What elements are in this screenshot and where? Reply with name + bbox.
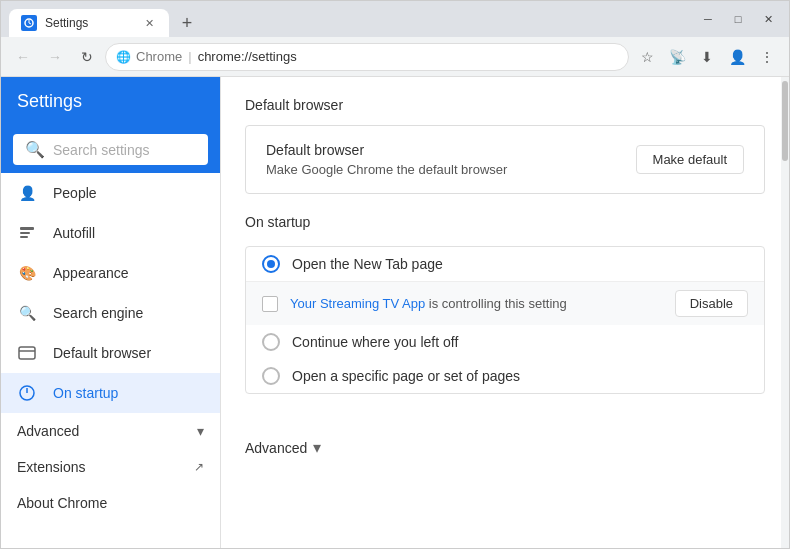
settings-body: Default browser Default browser Make Goo… xyxy=(221,77,789,418)
svg-rect-4 xyxy=(19,347,35,359)
disable-button[interactable]: Disable xyxy=(675,290,748,317)
sidebar-item-autofill[interactable]: Autofill xyxy=(1,213,220,253)
tab-close-button[interactable]: ✕ xyxy=(141,15,157,31)
reload-button[interactable]: ↻ xyxy=(73,43,101,71)
advanced-footer[interactable]: Advanced ▾ xyxy=(221,418,789,477)
startup-options-card: Open the New Tab page Your Streaming TV … xyxy=(245,246,765,394)
tab-title: Settings xyxy=(45,16,133,30)
card-desc: Make Google Chrome the default browser xyxy=(266,162,507,177)
warning-suffix: is controlling this setting xyxy=(425,296,567,311)
sidebar-label-default-browser: Default browser xyxy=(53,345,151,361)
browser-window: Settings ✕ + ─ □ ✕ ← → ↻ 🌐 Chrome | chro… xyxy=(0,0,790,549)
sidebar-advanced-section[interactable]: Advanced ▾ xyxy=(1,413,220,449)
warning-text: Your Streaming TV App is controlling thi… xyxy=(290,296,567,311)
nav-bar: ← → ↻ 🌐 Chrome | chrome://settings ☆ 📡 ⬇… xyxy=(1,37,789,77)
sidebar-label-appearance: Appearance xyxy=(53,265,129,281)
page-content: Default browser Default browser Make Goo… xyxy=(221,77,789,548)
warning-checkbox[interactable] xyxy=(262,296,278,312)
on-startup-title: On startup xyxy=(245,214,765,230)
forward-button[interactable]: → xyxy=(41,43,69,71)
card-title: Default browser xyxy=(266,142,507,158)
default-browser-section: Default browser Default browser Make Goo… xyxy=(245,97,765,194)
close-button[interactable]: ✕ xyxy=(755,10,781,28)
address-divider: | xyxy=(188,49,191,64)
download-button[interactable]: ⬇ xyxy=(693,43,721,71)
search-icon: 🔍 xyxy=(25,140,45,159)
radio-continue-label: Continue where you left off xyxy=(292,334,458,350)
person-icon: 👤 xyxy=(17,183,37,203)
tab-favicon xyxy=(21,15,37,31)
startup-option-specific[interactable]: Open a specific page or set of pages xyxy=(246,359,764,393)
window-controls: ─ □ ✕ xyxy=(695,10,781,28)
settings-tab[interactable]: Settings ✕ xyxy=(9,9,169,37)
sidebar-item-people[interactable]: 👤 People xyxy=(1,173,220,213)
search-engine-icon: 🔍 xyxy=(17,303,37,323)
nav-actions: ☆ 📡 ⬇ 👤 ⋮ xyxy=(633,43,781,71)
svg-rect-2 xyxy=(20,232,30,234)
on-startup-section: On startup Open the New Tab page Your St… xyxy=(245,214,765,394)
startup-icon xyxy=(17,383,37,403)
autofill-icon xyxy=(17,223,37,243)
sidebar-about-chrome[interactable]: About Chrome xyxy=(1,485,220,521)
default-browser-card: Default browser Make Google Chrome the d… xyxy=(245,125,765,194)
sidebar-title: Settings xyxy=(1,77,220,126)
maximize-button[interactable]: □ xyxy=(725,10,751,28)
sidebar-label-on-startup: On startup xyxy=(53,385,118,401)
back-button[interactable]: ← xyxy=(9,43,37,71)
svg-rect-1 xyxy=(20,227,34,230)
advanced-arrow-icon: ▾ xyxy=(197,423,204,439)
minimize-button[interactable]: ─ xyxy=(695,10,721,28)
extensions-external-icon: ↗ xyxy=(194,460,204,474)
cast-button[interactable]: 📡 xyxy=(663,43,691,71)
sidebar-label-autofill: Autofill xyxy=(53,225,95,241)
profile-button[interactable]: 👤 xyxy=(723,43,751,71)
new-tab-button[interactable]: + xyxy=(173,9,201,37)
sidebar-item-on-startup[interactable]: On startup xyxy=(1,373,220,413)
menu-button[interactable]: ⋮ xyxy=(753,43,781,71)
address-bar[interactable]: 🌐 Chrome | chrome://settings xyxy=(105,43,629,71)
sidebar-item-appearance[interactable]: 🎨 Appearance xyxy=(1,253,220,293)
radio-new-tab[interactable] xyxy=(262,255,280,273)
radio-specific[interactable] xyxy=(262,367,280,385)
address-source: Chrome xyxy=(136,49,182,64)
sidebar-extensions[interactable]: Extensions ↗ xyxy=(1,449,220,485)
radio-continue[interactable] xyxy=(262,333,280,351)
sidebar-label-people: People xyxy=(53,185,97,201)
sidebar-label-extensions: Extensions xyxy=(17,459,85,475)
streaming-app-link[interactable]: Your Streaming TV App xyxy=(290,296,425,311)
main-content: Settings 🔍 Search settings 👤 People Auto… xyxy=(1,77,789,548)
title-bar: Settings ✕ + ─ □ ✕ xyxy=(1,1,789,37)
extension-warning-row: Your Streaming TV App is controlling thi… xyxy=(246,281,764,325)
svg-rect-3 xyxy=(20,236,28,238)
card-text: Default browser Make Google Chrome the d… xyxy=(266,142,507,177)
scrollbar-thumb[interactable] xyxy=(782,81,788,161)
tab-bar: Settings ✕ + xyxy=(9,1,695,37)
advanced-footer-label: Advanced xyxy=(245,440,307,456)
sidebar: Settings 🔍 Search settings 👤 People Auto… xyxy=(1,77,221,548)
startup-option-new-tab[interactable]: Open the New Tab page xyxy=(246,247,764,281)
bookmark-button[interactable]: ☆ xyxy=(633,43,661,71)
radio-new-tab-label: Open the New Tab page xyxy=(292,256,443,272)
address-favicon: 🌐 xyxy=(116,50,130,64)
radio-specific-label: Open a specific page or set of pages xyxy=(292,368,520,384)
scrollbar[interactable] xyxy=(781,77,789,548)
sidebar-label-about: About Chrome xyxy=(17,495,107,511)
startup-option-continue[interactable]: Continue where you left off xyxy=(246,325,764,359)
search-placeholder: Search settings xyxy=(53,142,196,158)
sidebar-advanced-label: Advanced xyxy=(17,423,79,439)
make-default-button[interactable]: Make default xyxy=(636,145,744,174)
appearance-icon: 🎨 xyxy=(17,263,37,283)
sidebar-item-search-engine[interactable]: 🔍 Search engine xyxy=(1,293,220,333)
default-browser-title: Default browser xyxy=(245,97,765,113)
sidebar-label-search-engine: Search engine xyxy=(53,305,143,321)
address-url: chrome://settings xyxy=(198,49,618,64)
sidebar-item-default-browser[interactable]: Default browser xyxy=(1,333,220,373)
settings-search-bar: 🔍 Search settings xyxy=(1,126,220,173)
browser-icon xyxy=(17,343,37,363)
search-input-wrap[interactable]: 🔍 Search settings xyxy=(13,134,208,165)
advanced-footer-arrow-icon: ▾ xyxy=(313,438,321,457)
